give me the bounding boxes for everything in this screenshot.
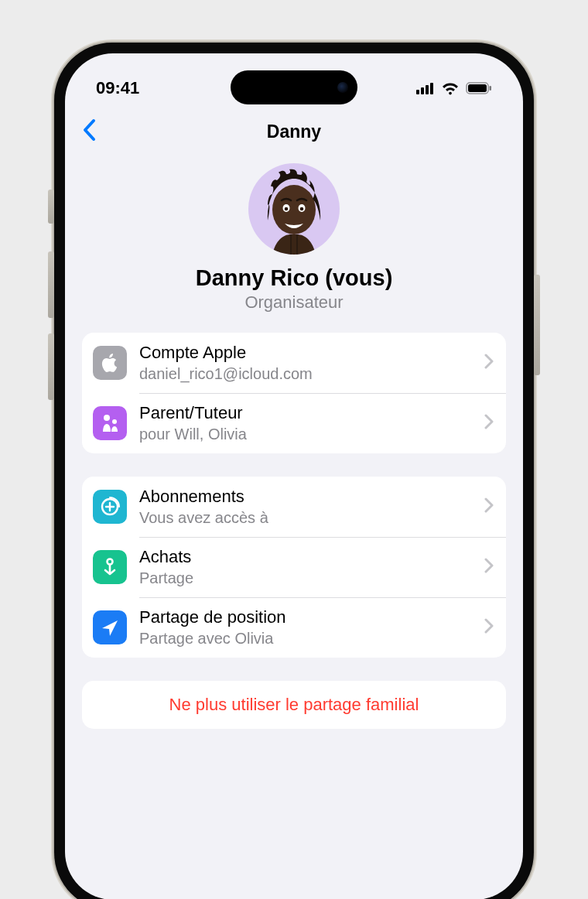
settings-group-account: Compte Apple daniel_rico1@icloud.com bbox=[82, 333, 506, 453]
danger-label: Ne plus utiliser le partage familial bbox=[169, 695, 419, 714]
row-label: Compte Apple bbox=[139, 343, 478, 363]
row-label: Achats bbox=[139, 547, 478, 567]
location-icon bbox=[93, 610, 127, 644]
row-purchases[interactable]: Achats Partage bbox=[82, 537, 506, 597]
battery-icon bbox=[466, 82, 492, 94]
row-parent-guardian[interactable]: Parent/Tuteur pour Will, Olivia bbox=[82, 393, 506, 453]
chevron-right-icon bbox=[484, 354, 494, 372]
row-apple-account[interactable]: Compte Apple daniel_rico1@icloud.com bbox=[82, 333, 506, 393]
row-sublabel: Partage avec Olivia bbox=[139, 629, 478, 648]
svg-point-10 bbox=[285, 207, 289, 211]
chevron-right-icon bbox=[484, 558, 494, 576]
side-button bbox=[48, 190, 54, 224]
chevron-right-icon bbox=[484, 618, 494, 637]
row-label: Partage de position bbox=[139, 607, 478, 627]
row-subscriptions[interactable]: Abonnements Vous avez accès à bbox=[82, 477, 506, 537]
row-sublabel: Vous avez accès à bbox=[139, 508, 478, 527]
svg-rect-3 bbox=[430, 83, 433, 94]
svg-rect-1 bbox=[421, 87, 424, 94]
volume-down-button bbox=[48, 333, 54, 400]
subscriptions-icon bbox=[93, 490, 127, 524]
apple-icon bbox=[93, 346, 127, 380]
nav-bar: Danny bbox=[65, 109, 523, 154]
dynamic-island bbox=[231, 70, 357, 104]
back-button[interactable] bbox=[82, 118, 96, 145]
purchases-icon bbox=[93, 550, 127, 584]
chevron-right-icon bbox=[484, 414, 494, 432]
row-sublabel: daniel_rico1@icloud.com bbox=[139, 364, 478, 383]
svg-rect-6 bbox=[490, 86, 492, 91]
screen: 09:41 bbox=[65, 53, 523, 899]
cellular-icon bbox=[416, 82, 435, 94]
phone-frame: 09:41 bbox=[54, 43, 534, 899]
svg-rect-2 bbox=[426, 85, 429, 94]
family-icon bbox=[93, 406, 127, 440]
svg-point-11 bbox=[300, 207, 304, 211]
stop-family-sharing-button[interactable]: Ne plus utiliser le partage familial bbox=[82, 681, 506, 729]
row-label: Parent/Tuteur bbox=[139, 403, 478, 423]
settings-group-sharing: Abonnements Vous avez accès à Achats bbox=[82, 477, 506, 658]
power-button bbox=[534, 275, 540, 375]
row-sublabel: Partage bbox=[139, 569, 478, 587]
svg-rect-0 bbox=[416, 90, 419, 94]
svg-point-12 bbox=[104, 415, 110, 421]
status-time: 09:41 bbox=[96, 78, 139, 98]
volume-up-button bbox=[48, 251, 54, 318]
chevron-right-icon bbox=[484, 497, 494, 516]
avatar bbox=[248, 163, 340, 255]
profile-role: Organisateur bbox=[244, 292, 343, 313]
row-label: Abonnements bbox=[139, 487, 478, 507]
profile-header: Danny Rico (vous) Organisateur bbox=[65, 154, 523, 333]
svg-point-13 bbox=[112, 419, 117, 424]
svg-point-17 bbox=[108, 559, 113, 565]
row-location-sharing[interactable]: Partage de position Partage avec Olivia bbox=[82, 597, 506, 658]
svg-rect-5 bbox=[468, 84, 487, 92]
page-title: Danny bbox=[267, 121, 321, 142]
wifi-icon bbox=[441, 81, 460, 95]
row-sublabel: pour Will, Olivia bbox=[139, 425, 478, 443]
profile-name: Danny Rico (vous) bbox=[196, 265, 393, 291]
